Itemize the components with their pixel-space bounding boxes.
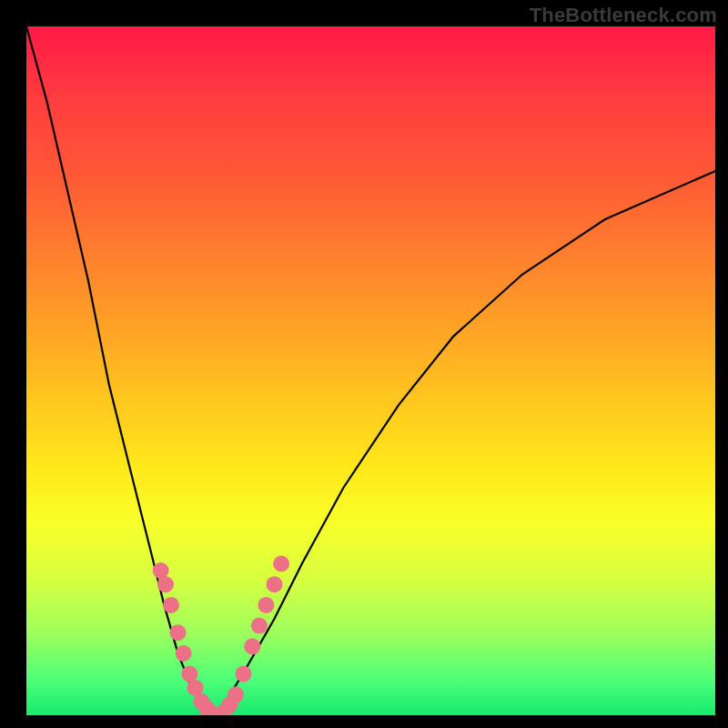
marker-dot — [251, 618, 268, 634]
marker-dot — [258, 597, 274, 613]
marker-dot — [157, 576, 174, 592]
line-chart-svg — [26, 26, 715, 715]
marker-dot — [267, 576, 283, 592]
curve-right — [212, 171, 715, 715]
marker-dot — [176, 645, 192, 662]
marker-dot — [273, 556, 289, 572]
marker-dot — [244, 638, 260, 654]
bottleneck-curve-right — [212, 171, 715, 715]
marker-dot — [163, 597, 179, 613]
plot-area — [26, 26, 715, 715]
outer-frame: TheBottleneck.com — [0, 0, 728, 728]
marker-dot — [170, 624, 187, 641]
watermark-text: TheBottleneck.com — [530, 4, 717, 27]
highlight-markers — [153, 556, 290, 716]
curve-left — [26, 26, 212, 715]
marker-dot — [236, 666, 252, 682]
bottleneck-curve-left — [26, 26, 212, 715]
marker-dot — [228, 686, 244, 703]
